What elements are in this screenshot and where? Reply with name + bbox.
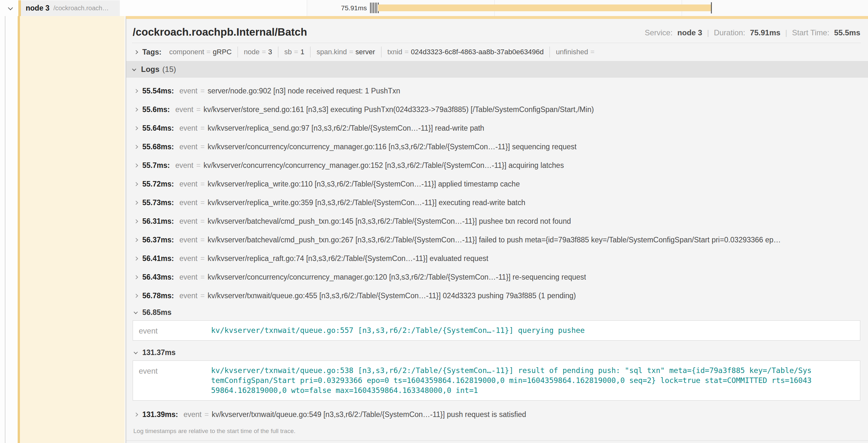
chevron-right-icon [134, 201, 138, 205]
tag-item: component=gRPC [163, 46, 238, 58]
chevron-right-icon [134, 163, 138, 168]
span-overview: Service: node 3 | Duration: 75.91ms | St… [645, 28, 860, 38]
log-row[interactable]: 55.72ms: event = kv/kvserver/replica_wri… [132, 175, 861, 193]
log-row[interactable]: 131.39ms: event = kv/kvserver/txnwait/qu… [132, 405, 861, 424]
span-detail-row: /cockroach.roachpb.Internal/Batch Servic… [0, 16, 868, 443]
log-field-value: kv/kvserver/replica_write.go:110 [n3,s3,… [208, 180, 520, 189]
tag-key: txnid [388, 48, 402, 56]
log-row[interactable]: 55.68ms: event = kv/kvserver/concurrency… [132, 137, 861, 156]
duration-value: 75.91ms [750, 28, 781, 37]
logs-title: Logs [141, 65, 159, 74]
log-timestamp: 56.85ms [142, 308, 172, 317]
tag-item: span.kind=server [311, 46, 381, 58]
span-service-name: node 3 [26, 4, 50, 12]
log-field-key: event [179, 217, 197, 226]
span-bar[interactable] [378, 4, 711, 11]
tag-value: server [355, 48, 375, 56]
log-entry-expanded: 131.37ms event kv/kvserver/txnwait/queue… [132, 345, 861, 401]
chevron-right-icon [134, 89, 138, 93]
span-row: node 3 /cockroach.roach… 75.91ms [0, 0, 868, 16]
chevron-right-icon [134, 182, 138, 186]
tags-label: Tags: [142, 48, 162, 57]
log-row[interactable]: 55.6ms: event = kv/kvserver/store_send.g… [132, 100, 861, 119]
chevron-right-icon [134, 219, 138, 224]
service-value: node 3 [678, 28, 702, 37]
tags-list: component=gRPC node=3 sb=1 span.kind=ser… [163, 46, 603, 58]
log-row[interactable]: 56.31ms: event = kv/kvserver/batcheval/c… [132, 212, 861, 231]
log-row[interactable]: 55.7ms: event = kv/kvserver/concurrency/… [132, 156, 861, 175]
log-equals: = [196, 161, 200, 170]
tag-equals: = [294, 48, 298, 56]
log-row[interactable]: 56.41ms: event = kv/kvserver/replica_raf… [132, 249, 861, 268]
tag-equals: = [207, 48, 211, 56]
log-field-value: kv/kvserver/replica_send.go:97 [n3,s3,r6… [208, 124, 484, 133]
log-row[interactable]: 55.54ms: event = server/node.go:902 [n3]… [132, 81, 861, 100]
tag-item: txnid=024d3323-6c8f-4863-aa8b-37ab0e6349… [382, 46, 550, 58]
log-fields-card: event kv/kvserver/txnwait/queue.go:557 [… [133, 320, 860, 341]
log-timestamp: 131.37ms [142, 348, 176, 357]
log-field-key: event [176, 161, 193, 170]
detail-header: /cockroach.roachpb.Internal/Batch Servic… [132, 26, 861, 38]
log-timestamp: 55.68ms: [142, 142, 174, 151]
timeline-column: 75.91ms [307, 0, 868, 16]
chevron-right-icon [134, 238, 138, 242]
log-timestamp: 55.54ms: [142, 87, 174, 95]
log-field-key: event [179, 273, 197, 281]
log-expanded-header[interactable]: 56.85ms [134, 305, 861, 320]
log-row[interactable]: 55.64ms: event = kv/kvserver/replica_sen… [132, 119, 861, 137]
log-entry-expanded: 56.85ms event kv/kvserver/txnwait/queue.… [132, 305, 861, 341]
tags-accordion-header[interactable]: Tags: [134, 48, 162, 57]
logs-count: (15) [162, 65, 176, 74]
log-field-value: kv/kvserver/replica_write.go:359 [n3,s3,… [208, 198, 525, 207]
log-field-value-lines: kv/kvserver/txnwait/queue.go:557 [n3,s3,… [211, 326, 585, 336]
tag-key: span.kind [316, 48, 347, 56]
log-field-value: kv/kvserver/batcheval/cmd_push_txn.go:26… [208, 236, 781, 244]
log-value-line: kv/kvserver/txnwait/queue.go:538 [n3,s3,… [211, 366, 811, 376]
chevron-right-icon [134, 107, 138, 112]
log-row[interactable]: 56.78ms: event = kv/kvserver/txnwait/que… [132, 286, 861, 305]
selected-span-tint-column [20, 16, 125, 443]
span-name-tab[interactable]: node 3 /cockroach.roach… [18, 0, 120, 16]
log-field-value: server/node.go:902 [n3] node received re… [208, 87, 400, 95]
log-field-value: kv/kvserver/store_send.go:161 [n3,s3] ex… [203, 105, 594, 114]
log-field-value: kv/kvserver/txnwait/queue.go:549 [n3,s3,… [212, 410, 526, 419]
log-value-line: temConfigSpan/Start pri=0.03293366 epo=0… [211, 376, 811, 385]
log-expanded-header[interactable]: 131.37ms [134, 345, 861, 360]
span-color-accent-strip [18, 16, 20, 443]
service-label: Service: [645, 28, 673, 37]
log-row[interactable]: 56.43ms: event = kv/kvserver/concurrency… [132, 268, 861, 286]
log-timestamp: 55.6ms: [142, 105, 170, 114]
chevron-right-icon [134, 412, 138, 417]
log-timestamp: 55.72ms: [142, 180, 174, 189]
log-row[interactable]: 56.37ms: event = kv/kvserver/batcheval/c… [132, 231, 861, 249]
log-value-line: 59864.162819000,0 wto=false max=16043598… [211, 385, 811, 396]
log-timestamp: 55.73ms: [142, 198, 174, 207]
log-field-key: event [179, 236, 197, 244]
span-name-column: node 3 /cockroach.roach… [0, 0, 307, 16]
logs-accordion-header[interactable]: Logs (15) [126, 61, 868, 78]
span-duration-label: 75.91ms [307, 4, 367, 12]
tag-key: component [169, 48, 204, 56]
bottom-divider [126, 440, 868, 441]
chevron-right-icon [134, 50, 138, 54]
log-equals: = [200, 254, 205, 263]
tag-equals: = [590, 48, 595, 56]
log-row[interactable]: 55.73ms: event = kv/kvserver/replica_wri… [132, 193, 861, 212]
log-equals: = [200, 87, 205, 95]
log-fields-card: event kv/kvserver/txnwait/queue.go:538 [… [133, 361, 860, 401]
log-field-key: event [179, 292, 197, 300]
chevron-right-icon [134, 126, 138, 130]
log-field-key: event [139, 326, 211, 336]
log-field-value: kv/kvserver/concurrency/concurrency_mana… [208, 273, 586, 281]
overview-separator: | [707, 28, 709, 37]
tag-value: 1 [300, 48, 304, 56]
tag-item: unfinished= [550, 46, 602, 58]
log-equals: = [200, 236, 205, 244]
indent-guide-line [5, 16, 5, 443]
log-field-key: event [139, 366, 211, 396]
log-field-key: event [183, 410, 202, 419]
span-operation-abbrev: /cockroach.roach… [53, 4, 108, 12]
tag-item: node=3 [238, 46, 279, 58]
log-field-value: kv/kvserver/concurrency/concurrency_mana… [208, 142, 576, 151]
collapse-chevron-icon[interactable] [8, 5, 13, 10]
